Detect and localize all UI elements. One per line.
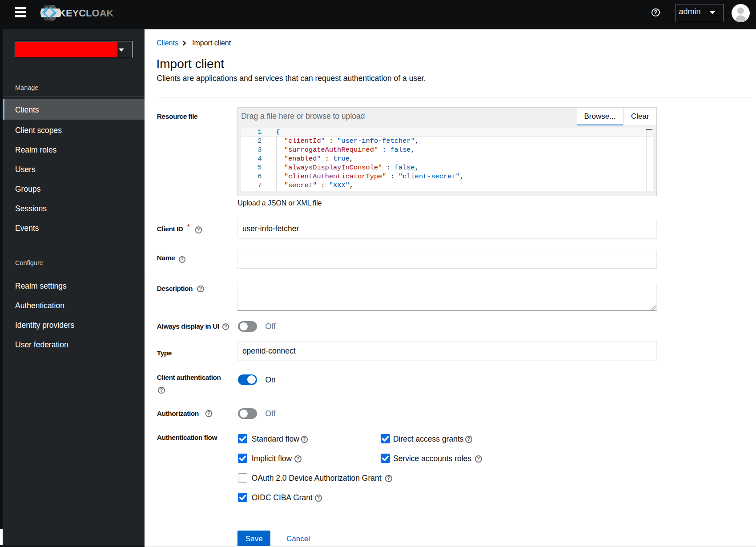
svg-text:KEYCLOAK: KEYCLOAK [59, 8, 114, 19]
